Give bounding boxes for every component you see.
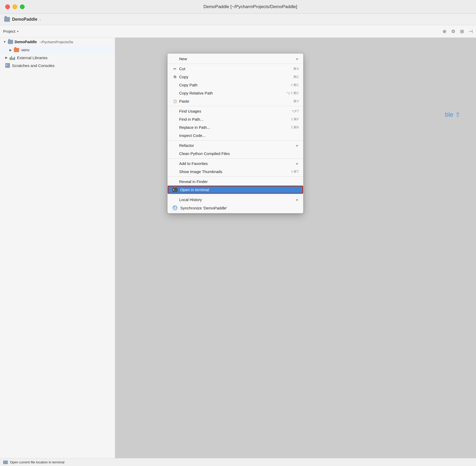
- minimize-button[interactable]: [13, 4, 17, 9]
- menu-item-reveal-label: Reveal in Finder: [179, 179, 299, 184]
- root-label: DemoPaddle: [15, 40, 37, 44]
- sidebar-item-venv[interactable]: ▶ venv: [0, 46, 115, 54]
- traffic-lights: [5, 4, 25, 9]
- sync-icon: [172, 206, 178, 210]
- menu-item-thumbnails-label: Show Image Thumbnails: [179, 169, 291, 174]
- menu-item-copy-label: Copy: [179, 75, 293, 79]
- menu-item-reveal-in-finder[interactable]: Reveal in Finder: [168, 177, 303, 186]
- libraries-label: External Libraries: [17, 56, 48, 60]
- menu-item-refactor[interactable]: Refactor ►: [168, 141, 303, 149]
- window-title: DemoPaddle [~/PycharmProjects/DemoPaddle…: [30, 4, 471, 9]
- separator-2: [168, 106, 303, 106]
- menu-item-synchronize-label: Synchronize 'DemoPaddle': [179, 206, 299, 210]
- content-area: ble ⇧ New ► Cut ⌘X: [115, 38, 476, 466]
- menu-item-copy-path-label: Copy Path: [179, 83, 290, 87]
- menu-item-find-in-path[interactable]: Find in Path... ⇧⌘F: [168, 115, 303, 123]
- breadcrumb-chevron: ›: [39, 17, 41, 21]
- menu-item-cut[interactable]: Cut ⌘X: [168, 65, 303, 73]
- menu-item-clean-python-label: Clean Python Compiled Files: [179, 151, 299, 156]
- menu-item-clean-python[interactable]: Clean Python Compiled Files: [168, 149, 303, 158]
- context-menu: New ► Cut ⌘X Copy ⌘C Cop: [167, 53, 303, 213]
- libraries-icon: [10, 55, 15, 60]
- menu-item-new[interactable]: New ►: [168, 55, 303, 63]
- new-arrow: ►: [296, 57, 299, 61]
- main-layout: ▼ DemoPaddle ~/PycharmProjects/De ▶ venv…: [0, 38, 476, 466]
- close-button[interactable]: [5, 4, 10, 9]
- venv-label: venv: [21, 48, 30, 52]
- menu-item-open-terminal-label: Open in terminal: [179, 187, 299, 192]
- thumbnails-shortcut: ⇧⌘T: [291, 170, 299, 174]
- root-expand-arrow: ▼: [3, 40, 6, 44]
- title-bar: DemoPaddle [~/PycharmProjects/DemoPaddle…: [0, 0, 476, 14]
- sidebar-item-external-libraries[interactable]: ▶ External Libraries: [0, 54, 115, 62]
- right-area-link-text: ble ⇧: [445, 111, 460, 118]
- separator-1: [168, 64, 303, 64]
- separator-4: [168, 158, 303, 159]
- find-usages-shortcut: ⌥F7: [291, 109, 299, 113]
- status-icon: [3, 461, 8, 464]
- terminal-icon: [172, 188, 178, 192]
- refactor-arrow: ►: [296, 144, 299, 147]
- menu-item-paste[interactable]: Paste ⌘V: [168, 97, 303, 105]
- scissors-icon: [172, 67, 178, 71]
- cut-shortcut: ⌘X: [293, 67, 299, 71]
- menu-item-local-history[interactable]: Local History ►: [168, 196, 303, 204]
- venv-expand-arrow: ▶: [9, 48, 12, 52]
- separator-3: [168, 140, 303, 141]
- copy-relative-path-shortcut: ⌥⇧⌘C: [286, 91, 299, 95]
- copy-path-shortcut: ⇧⌘C: [290, 83, 299, 87]
- window-area: DemoPaddle › Project ▾ ⊕ ⚙ ⊞ ⊣ ▼ DemoPad…: [0, 14, 476, 466]
- menu-item-copy[interactable]: Copy ⌘C: [168, 73, 303, 81]
- menu-item-copy-relative-path[interactable]: Copy Relative Path ⌥⇧⌘C: [168, 89, 303, 97]
- scratch-icon: [5, 63, 10, 68]
- local-history-arrow: ►: [296, 198, 299, 202]
- menu-item-show-image-thumbnails[interactable]: Show Image Thumbnails ⇧⌘T: [168, 168, 303, 176]
- menu-item-cut-label: Cut: [179, 66, 293, 71]
- libraries-expand-arrow: ▶: [5, 56, 8, 59]
- breadcrumb-folder-icon: [4, 17, 10, 22]
- toolbar-icons: ⊕ ⚙ ⊞ ⊣: [443, 29, 473, 34]
- menu-item-local-history-label: Local History: [179, 197, 294, 202]
- menu-item-open-terminal[interactable]: Open in terminal: [168, 186, 303, 194]
- project-panel-selector[interactable]: Project ▾: [3, 29, 19, 34]
- breadcrumb-label[interactable]: DemoPaddle: [12, 17, 37, 22]
- toolbar: Project ▾ ⊕ ⚙ ⊞ ⊣: [0, 25, 476, 38]
- menu-item-add-favorites[interactable]: Add to Favorites ►: [168, 159, 303, 168]
- menu-item-paste-label: Paste: [179, 99, 293, 103]
- add-favorites-arrow: ►: [296, 162, 299, 165]
- find-in-path-shortcut: ⇧⌘F: [291, 117, 299, 121]
- paste-icon: [172, 99, 178, 103]
- separator-6: [168, 195, 303, 195]
- menu-item-find-in-path-label: Find in Path...: [179, 117, 291, 121]
- paste-shortcut: ⌘V: [293, 99, 299, 103]
- menu-item-copy-relative-path-label: Copy Relative Path: [179, 91, 286, 95]
- scratch-label: Scratches and Consoles: [12, 63, 55, 68]
- menu-item-inspect-code-label: Inspect Code...: [179, 133, 299, 138]
- menu-item-inspect-code[interactable]: Inspect Code...: [168, 131, 303, 140]
- project-dropdown-arrow: ▾: [17, 30, 19, 33]
- menu-item-synchronize[interactable]: Synchronize 'DemoPaddle': [168, 204, 303, 212]
- status-bar: Open current file location in terminal: [0, 458, 476, 466]
- expand-icon[interactable]: ⊞: [460, 29, 464, 34]
- project-label: Project: [3, 29, 15, 34]
- maximize-button[interactable]: [20, 4, 25, 9]
- breadcrumb: DemoPaddle ›: [0, 14, 476, 25]
- separator-5: [168, 176, 303, 177]
- menu-item-refactor-label: Refactor: [179, 143, 294, 148]
- menu-item-replace-in-path[interactable]: Replace in Path... ⇧⌘R: [168, 123, 303, 131]
- venv-folder-icon: [14, 48, 19, 52]
- menu-item-add-favorites-label: Add to Favorites: [179, 161, 294, 166]
- menu-item-copy-path[interactable]: Copy Path ⇧⌘C: [168, 81, 303, 89]
- menu-item-find-usages-label: Find Usages: [179, 109, 291, 113]
- copy-icon: [172, 75, 178, 79]
- sidebar-root-item[interactable]: ▼ DemoPaddle ~/PycharmProjects/De: [0, 38, 115, 46]
- sidebar: ▼ DemoPaddle ~/PycharmProjects/De ▶ venv…: [0, 38, 115, 466]
- root-path: ~/PycharmProjects/De: [38, 40, 73, 44]
- copy-shortcut: ⌘C: [293, 75, 299, 79]
- collapse-icon[interactable]: ⊣: [469, 29, 473, 34]
- status-text: Open current file location in terminal: [10, 460, 64, 464]
- sidebar-item-scratches[interactable]: Scratches and Consoles: [0, 62, 115, 69]
- settings-icon[interactable]: ⚙: [451, 29, 455, 34]
- menu-item-find-usages[interactable]: Find Usages ⌥F7: [168, 107, 303, 115]
- scope-icon[interactable]: ⊕: [443, 29, 446, 34]
